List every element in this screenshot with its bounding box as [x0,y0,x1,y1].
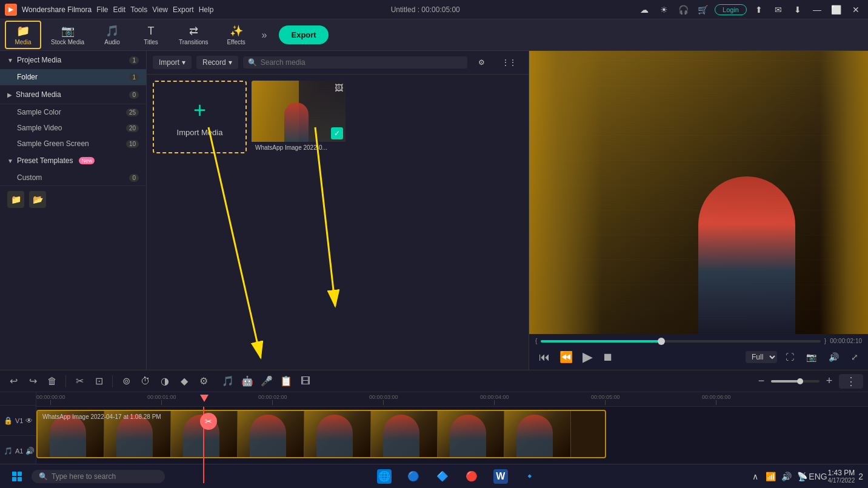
color-button[interactable]: ◑ [156,373,173,390]
keyframe-button[interactable]: ◆ [176,373,193,390]
taskbar-app-word[interactable]: W [487,464,514,489]
fit-screen-button[interactable]: ⛶ [782,351,798,363]
taskbar-app-extra[interactable]: 🔹 [516,464,543,489]
search-bar[interactable]: 🔍 Type here to search [32,470,165,483]
project-media-header[interactable]: ▼ Project Media 1 [0,51,146,69]
progress-fill [541,340,661,343]
search-input[interactable] [261,58,462,67]
menu-tools[interactable]: Tools [130,5,147,14]
play-button[interactable]: ▶ [579,348,596,366]
sun-icon[interactable]: ☀ [656,2,671,17]
video-frame-5 [304,411,371,457]
mic-button[interactable]: 🎤 [258,373,275,390]
preset-templates-header[interactable]: ▼ Preset Templates New [0,152,146,170]
record-button[interactable]: Record ▾ [196,56,238,69]
track-a1-label: A1 [15,447,23,455]
export-button[interactable]: Export [279,25,328,44]
taskbar-app-chrome[interactable]: 🔵 [400,464,427,489]
sidebar-item-sample-green[interactable]: Sample Green Screen 10 [0,136,146,152]
search-icon: 🔍 [248,58,257,67]
zoom-slider[interactable] [771,380,820,383]
delete-button[interactable]: 🗑 [44,373,61,390]
step-back-button[interactable]: ⏪ [556,349,576,365]
close-button[interactable]: ✕ [849,2,863,17]
folder-options-button[interactable]: 📂 [29,191,46,208]
adjust-button[interactable]: ⚙ [195,373,212,390]
redo-button[interactable]: ↪ [24,373,41,390]
clip-button[interactable]: 🎞 [297,373,314,390]
clock[interactable]: 1:43 PM 4/17/2022 [828,469,855,484]
audio-wave-button[interactable]: 🎵 [219,373,236,390]
share-icon[interactable]: ⬆ [752,2,766,17]
volume-sys-icon[interactable]: 🔊 [781,470,793,483]
track-button[interactable]: 📋 [278,373,295,390]
audio-tab[interactable]: 🎵 Audio [94,22,130,48]
snapshot-button[interactable]: 📷 [803,351,820,363]
sidebar-item-sample-video[interactable]: Sample Video 20 [0,120,146,136]
titles-tab[interactable]: T Titles [133,22,169,48]
add-folder-button[interactable]: 📁 [7,191,24,208]
progress-knob[interactable] [658,338,665,345]
stock-media-tab[interactable]: 📷 Stock Media [44,22,92,48]
taskbar-app-ie[interactable]: 🌐 [371,464,398,489]
track-eye-button[interactable]: 👁 [25,416,33,425]
menu-file[interactable]: File [96,5,108,14]
menu-help[interactable]: Help [199,5,214,14]
menu-view[interactable]: View [152,5,168,14]
sidebar-item-custom[interactable]: Custom 0 [0,170,146,186]
media-item-whatsapp[interactable]: 🖼 ✓ WhatsApp Image 2022-0... [252,81,346,153]
grid-view-button[interactable]: ⋮⋮ [496,56,522,69]
zoom-in-button[interactable]: + [822,374,836,389]
transitions-tab[interactable]: ⇄ Transitions [172,22,216,48]
menu-edit[interactable]: Edit [113,5,126,14]
audio-lock-button[interactable]: 🎵 [4,447,13,455]
expand-button[interactable]: ⤢ [847,351,862,363]
start-button[interactable] [5,464,29,489]
sidebar-item-folder[interactable]: Folder 1 [0,69,146,85]
video-track[interactable]: WhatsApp Image 2022-04-17 at 1.08.28 PM [36,410,606,458]
shared-media-header[interactable]: ▶ Shared Media 0 [0,85,146,104]
preset-templates-label: Preset Templates [17,156,73,165]
menu-export[interactable]: Export [173,5,194,14]
cloud-icon[interactable]: ☁ [637,2,652,17]
mail-icon[interactable]: ✉ [771,2,786,17]
import-media-card[interactable]: + Import Media [153,81,247,153]
waveform-button[interactable]: ⋮ [839,374,863,389]
copy-button[interactable]: ⊚ [118,373,135,390]
volume-button[interactable]: 🔊 [825,351,843,363]
chevron-up-icon[interactable]: ∧ [749,470,761,483]
network-icon[interactable]: 📶 [765,470,777,483]
filter-button[interactable]: ⚙ [472,56,491,69]
undo-button[interactable]: ↩ [5,373,22,390]
media-tab[interactable]: 📁 Media [5,21,41,49]
wifi-icon[interactable]: 📡 [796,470,809,483]
stop-button[interactable]: ⏹ [599,350,617,365]
more-tools-button[interactable]: » [257,30,272,41]
titlebar: ▶ Wondershare Filmora File Edit Tools Vi… [0,0,868,19]
cart-icon[interactable]: 🛒 [695,2,710,17]
maximize-button[interactable]: ⬜ [829,2,844,17]
sidebar-item-sample-color[interactable]: Sample Color 25 [0,104,146,120]
track-lock-button[interactable]: 🔒 [4,416,13,425]
media-toolbar: Import ▾ Record ▾ 🔍 ⚙ ⋮⋮ [147,51,529,75]
skip-back-button[interactable]: ⏮ [535,350,553,365]
speed-button[interactable]: ⏱ [137,373,154,390]
zoom-knob[interactable] [797,378,803,384]
notification-button[interactable]: 2 [858,472,863,481]
current-time: 00:00:02:10 [830,338,862,344]
zoom-out-button[interactable]: − [754,374,769,389]
audio-eye-button[interactable]: 🔊 [25,447,35,455]
login-button[interactable]: Login [715,4,747,15]
taskbar-app-opera[interactable]: 🔴 [458,464,485,489]
quality-select[interactable]: Full [746,351,777,363]
headset-icon[interactable]: 🎧 [676,2,690,17]
crop-button[interactable]: ⊡ [90,373,107,390]
minimize-button[interactable]: — [810,2,824,17]
import-button[interactable]: Import ▾ [153,56,192,69]
ai-button[interactable]: 🤖 [239,373,256,390]
progress-bar[interactable] [541,340,820,343]
taskbar-app-edge[interactable]: 🔷 [429,464,456,489]
effects-tab[interactable]: ✨ Effects [218,22,255,48]
cut-button[interactable]: ✂ [71,373,88,390]
download-icon[interactable]: ⬇ [790,2,805,17]
